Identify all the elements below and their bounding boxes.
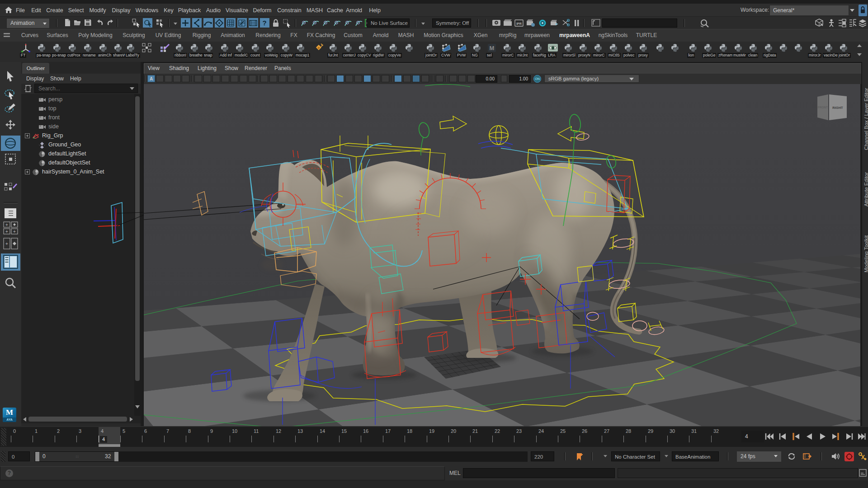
svg-text:M: M bbox=[490, 45, 495, 52]
svg-text:RIGHT: RIGHT bbox=[832, 106, 843, 110]
svg-text:+: + bbox=[13, 229, 16, 234]
svg-text:FRONT: FRONT bbox=[818, 106, 828, 109]
svg-text:+: + bbox=[5, 229, 8, 234]
svg-text:IPR: IPR bbox=[516, 22, 522, 25]
svg-text:+: + bbox=[5, 222, 8, 227]
svg-text:?: ? bbox=[262, 19, 266, 27]
svg-text:+: + bbox=[5, 241, 8, 246]
